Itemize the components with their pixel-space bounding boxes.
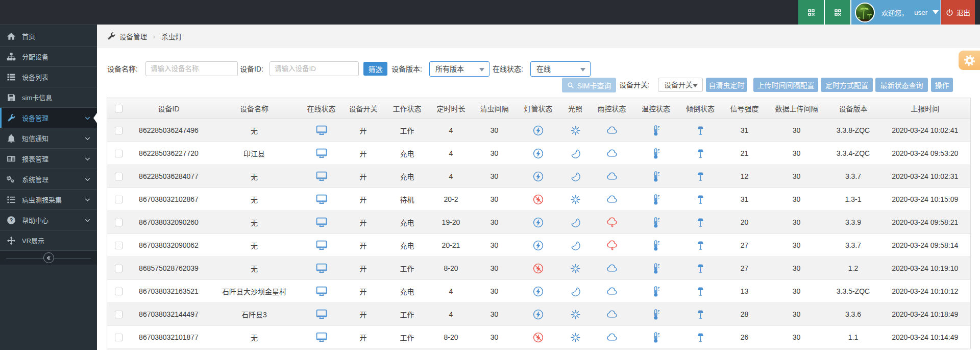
cell-device_id: 867038032090062 (131, 234, 207, 257)
qr-apps-button-2[interactable] (825, 0, 850, 25)
cell-tilt (678, 119, 723, 142)
cell-switch: 开 (341, 234, 385, 257)
cell-upload_interval: 30 (767, 303, 827, 326)
row-checkbox-cell (107, 165, 131, 188)
row-checkbox[interactable] (115, 311, 122, 318)
cell-timer: 4 (429, 142, 473, 165)
device-name-input[interactable] (145, 61, 238, 76)
lamp-upright-icon (695, 263, 706, 274)
breadcrumb-section[interactable]: 设备管理 (119, 31, 147, 41)
cell-device_id: 867038032102867 (131, 188, 207, 211)
cell-switch: 开 (341, 326, 385, 349)
sidebar-item-report-manage[interactable]: 报表管理 (0, 149, 97, 169)
row-checkbox-cell (107, 280, 131, 303)
sidebar-item-help-center[interactable]: 帮助中心 (0, 210, 97, 230)
wrench-icon (7, 113, 16, 123)
device-switch-value: 设备开关 (664, 81, 693, 89)
list-ol-icon (7, 195, 16, 204)
sidebar-item-assign-device[interactable]: 分配设备 (0, 46, 97, 67)
cell-switch: 开 (341, 303, 385, 326)
row-checkbox[interactable] (115, 196, 122, 203)
sidebar-item-label: 系统管理 (22, 174, 48, 184)
table-row: 862285036227720印江县开充电43021303.3.4-ZQC202… (107, 142, 971, 165)
chevron-down-icon (85, 218, 90, 223)
row-checkbox[interactable] (115, 265, 122, 272)
cell-name: 无 (207, 257, 302, 280)
sidebar-item-pest-collect[interactable]: 病虫测报采集 (0, 190, 97, 210)
cell-online (302, 211, 341, 234)
app-root: 欢迎您， user 退出 首页分配设备设备列表sim卡信息设备管理短信通知报表管… (0, 0, 980, 350)
device-version-label: 设备版本: (391, 62, 422, 77)
thermo-icon (650, 239, 663, 252)
table-row: 862285036284077无开充电43012303.3.72020-03-2… (107, 165, 971, 188)
sidebar-item-home[interactable]: 首页 (0, 26, 97, 46)
sidebar-item-vr-display[interactable]: VR展示 (0, 230, 97, 251)
cell-clean_interval: 30 (473, 326, 516, 349)
cell-version: 3.3.4-ZQC (827, 142, 880, 165)
row-checkbox[interactable] (115, 127, 122, 134)
qr-apps-button-1[interactable] (798, 0, 824, 25)
thermo-icon (650, 193, 663, 206)
cloud-rain-icon (606, 216, 618, 228)
device-id-input[interactable] (270, 61, 359, 76)
auto-clean-timer-button[interactable]: 自清虫定时 (706, 78, 747, 92)
cell-upload_interval: 30 (767, 280, 827, 303)
sidebar-collapse[interactable] (0, 251, 97, 265)
row-checkbox[interactable] (115, 150, 122, 157)
power-icon (946, 9, 953, 16)
cell-timer: 20-2 (429, 188, 473, 211)
monitor-icon (315, 193, 328, 205)
cell-timer: 8-20 (429, 326, 473, 349)
cell-signal: 27 (723, 234, 767, 257)
bolt-on-icon (532, 240, 544, 251)
device-switch-label: 设备开关: (619, 78, 650, 92)
device-version-select[interactable]: 所有版本 (429, 61, 489, 77)
cell-switch: 开 (341, 188, 385, 211)
cell-device_id: 867038032090260 (131, 211, 207, 234)
row-checkbox[interactable] (115, 242, 122, 249)
online-status-select[interactable]: 在线 (530, 61, 591, 77)
cloud-rain-icon (606, 239, 618, 251)
cell-clean_interval: 30 (473, 119, 516, 142)
moon-icon (570, 240, 581, 251)
row-checkbox[interactable] (115, 219, 122, 226)
thermo-icon (650, 124, 663, 137)
settings-fab[interactable] (959, 51, 980, 70)
row-checkbox[interactable] (115, 288, 122, 295)
sidebar-item-label: 报表管理 (22, 154, 48, 164)
chevron-down-icon (85, 197, 90, 203)
sidebar-item-sim-info[interactable]: sim卡信息 (0, 87, 97, 108)
row-checkbox[interactable] (115, 173, 122, 180)
cell-online (302, 326, 341, 349)
bolt-off-icon (532, 194, 544, 205)
row-checkbox-cell (107, 119, 131, 142)
latest-status-query-button[interactable]: 最新状态查询 (875, 78, 928, 92)
gear-icon (963, 54, 976, 67)
user-menu[interactable]: 欢迎您， user (851, 0, 940, 25)
row-checkbox[interactable] (115, 334, 122, 341)
upload-interval-config-button[interactable]: 上传时间间隔配置 (753, 78, 818, 92)
sidebar-item-device-list[interactable]: 设备列表 (0, 67, 97, 87)
timer-mode-config-button[interactable]: 定时方式配置 (821, 78, 873, 92)
sidebar-item-device-manage[interactable]: 设备管理 (0, 108, 97, 128)
operate-button[interactable]: 操作 (931, 78, 953, 92)
lamp-upright-icon (695, 286, 706, 297)
moon-icon (570, 286, 581, 297)
monitor-icon (315, 124, 328, 136)
table-row: 867038032163521石阡县大沙坝金星村开充电43013303.3.5-… (107, 280, 971, 303)
device-switch-select[interactable]: 设备开关 (658, 78, 703, 92)
logout-button[interactable]: 退出 (941, 0, 975, 25)
cell-temp (634, 188, 678, 211)
sim-query-button[interactable]: SIM卡查询 (562, 78, 616, 92)
filter-button[interactable]: 筛选 (363, 62, 387, 76)
collapse-button[interactable] (43, 252, 54, 263)
cell-switch: 开 (341, 165, 385, 188)
cell-switch: 开 (341, 257, 385, 280)
cell-temp (634, 280, 678, 303)
cell-upload_interval: 30 (767, 165, 827, 188)
cell-name: 印江县 (207, 142, 302, 165)
table-header-row: 设备ID设备名称在线状态设备开关工作状态定时时长清虫间隔灯管状态光照雨控状态温控… (107, 98, 971, 119)
select-all-checkbox[interactable] (115, 105, 122, 112)
sidebar-item-system-manage[interactable]: 系统管理 (0, 169, 97, 190)
sidebar-item-sms-notify[interactable]: 短信通知 (0, 128, 97, 149)
